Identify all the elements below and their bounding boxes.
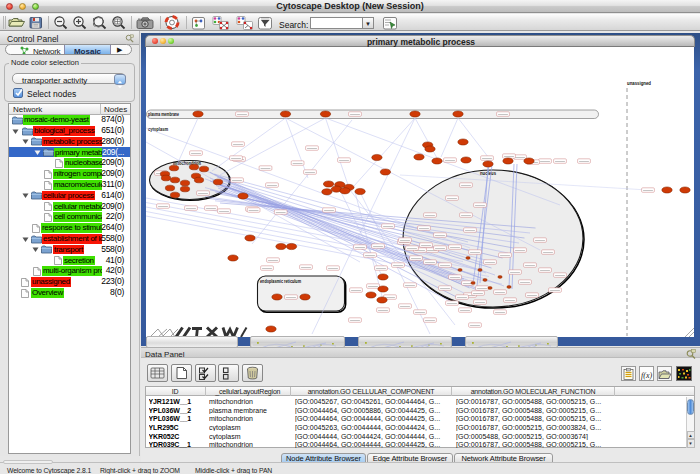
svg-text:f(x): f(x) bbox=[641, 371, 652, 380]
svg-text:endoplasmic reticulum: endoplasmic reticulum bbox=[260, 279, 301, 284]
svg-text:plasma membrane: plasma membrane bbox=[148, 111, 179, 117]
svg-text:unassigned: unassigned bbox=[627, 80, 651, 86]
svg-text:cytoplasm: cytoplasm bbox=[148, 126, 168, 132]
